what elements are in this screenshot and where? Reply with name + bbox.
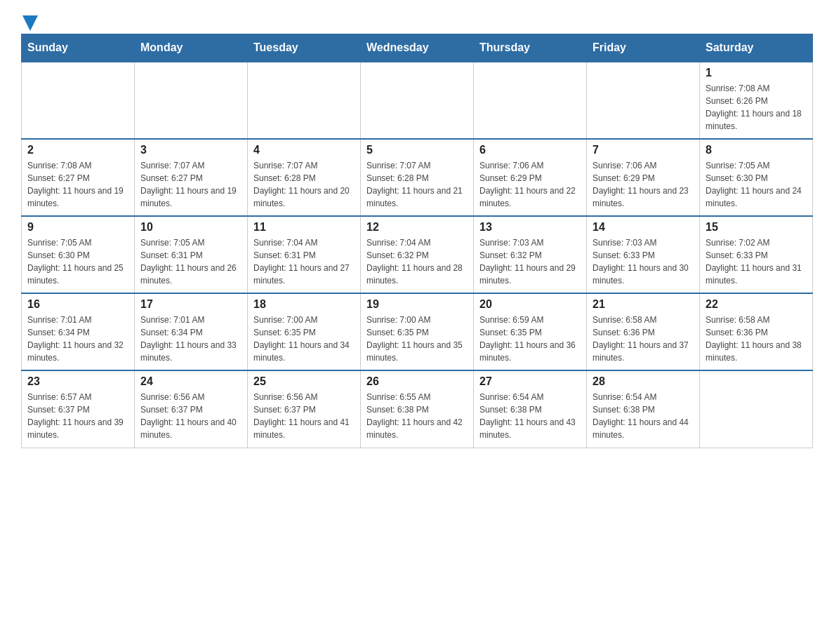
calendar-cell: 17Sunrise: 7:01 AMSunset: 6:34 PMDayligh… xyxy=(135,293,248,370)
week-row-2: 2Sunrise: 7:08 AMSunset: 6:27 PMDaylight… xyxy=(22,139,813,216)
day-info: Sunrise: 7:07 AMSunset: 6:28 PMDaylight:… xyxy=(253,159,355,210)
day-info: Sunrise: 7:07 AMSunset: 6:27 PMDaylight:… xyxy=(140,159,241,210)
calendar-cell xyxy=(700,370,813,448)
calendar-cell: 11Sunrise: 7:04 AMSunset: 6:31 PMDayligh… xyxy=(248,216,361,293)
day-info: Sunrise: 6:57 AMSunset: 6:37 PMDaylight:… xyxy=(27,391,128,441)
day-info: Sunrise: 7:02 AMSunset: 6:33 PMDaylight:… xyxy=(706,236,807,287)
day-number: 6 xyxy=(479,144,581,156)
day-info: Sunrise: 7:03 AMSunset: 6:33 PMDaylight:… xyxy=(593,236,694,287)
day-info: Sunrise: 7:00 AMSunset: 6:35 PMDaylight:… xyxy=(366,314,468,364)
day-number: 20 xyxy=(479,298,581,311)
calendar-cell: 2Sunrise: 7:08 AMSunset: 6:27 PMDaylight… xyxy=(22,139,135,216)
day-number: 4 xyxy=(253,144,355,156)
calendar-cell: 24Sunrise: 6:56 AMSunset: 6:37 PMDayligh… xyxy=(135,370,248,448)
weekday-header-friday: Friday xyxy=(587,34,700,62)
calendar-cell: 14Sunrise: 7:03 AMSunset: 6:33 PMDayligh… xyxy=(587,216,700,293)
day-info: Sunrise: 7:00 AMSunset: 6:35 PMDaylight:… xyxy=(253,314,355,364)
calendar-cell: 22Sunrise: 6:58 AMSunset: 6:36 PMDayligh… xyxy=(700,293,813,370)
weekday-header-row: SundayMondayTuesdayWednesdayThursdayFrid… xyxy=(22,34,813,62)
day-number: 16 xyxy=(27,298,128,311)
day-number: 19 xyxy=(366,298,468,311)
day-number: 18 xyxy=(253,298,355,311)
day-info: Sunrise: 7:04 AMSunset: 6:32 PMDaylight:… xyxy=(366,236,468,287)
day-number: 11 xyxy=(253,221,355,234)
day-info: Sunrise: 7:01 AMSunset: 6:34 PMDaylight:… xyxy=(27,314,128,364)
calendar-cell: 15Sunrise: 7:02 AMSunset: 6:33 PMDayligh… xyxy=(700,216,813,293)
day-info: Sunrise: 6:56 AMSunset: 6:37 PMDaylight:… xyxy=(140,391,241,441)
calendar-cell: 6Sunrise: 7:06 AMSunset: 6:29 PMDaylight… xyxy=(474,139,587,216)
day-number: 17 xyxy=(140,298,241,311)
day-number: 12 xyxy=(366,221,468,234)
day-number: 7 xyxy=(593,144,694,156)
day-number: 5 xyxy=(366,144,468,156)
day-info: Sunrise: 6:59 AMSunset: 6:35 PMDaylight:… xyxy=(479,314,581,364)
day-info: Sunrise: 6:55 AMSunset: 6:38 PMDaylight:… xyxy=(366,391,468,441)
calendar-table: SundayMondayTuesdayWednesdayThursdayFrid… xyxy=(21,34,813,448)
day-info: Sunrise: 6:58 AMSunset: 6:36 PMDaylight:… xyxy=(593,314,694,364)
day-number: 27 xyxy=(479,375,581,388)
day-number: 15 xyxy=(706,221,807,234)
day-number: 24 xyxy=(140,375,241,388)
day-info: Sunrise: 7:06 AMSunset: 6:29 PMDaylight:… xyxy=(479,159,581,210)
day-info: Sunrise: 6:54 AMSunset: 6:38 PMDaylight:… xyxy=(479,391,581,441)
calendar-cell: 9Sunrise: 7:05 AMSunset: 6:30 PMDaylight… xyxy=(22,216,135,293)
calendar-cell: 8Sunrise: 7:05 AMSunset: 6:30 PMDaylight… xyxy=(700,139,813,216)
day-info: Sunrise: 7:01 AMSunset: 6:34 PMDaylight:… xyxy=(140,314,241,364)
day-info: Sunrise: 6:58 AMSunset: 6:36 PMDaylight:… xyxy=(706,314,807,364)
calendar-cell: 13Sunrise: 7:03 AMSunset: 6:32 PMDayligh… xyxy=(474,216,587,293)
calendar-cell: 21Sunrise: 6:58 AMSunset: 6:36 PMDayligh… xyxy=(587,293,700,370)
weekday-header-monday: Monday xyxy=(135,34,248,62)
day-info: Sunrise: 7:06 AMSunset: 6:29 PMDaylight:… xyxy=(593,159,694,210)
calendar-cell: 12Sunrise: 7:04 AMSunset: 6:32 PMDayligh… xyxy=(361,216,474,293)
calendar-cell xyxy=(22,62,135,139)
calendar-cell: 5Sunrise: 7:07 AMSunset: 6:28 PMDaylight… xyxy=(361,139,474,216)
logo xyxy=(21,14,38,27)
day-number: 22 xyxy=(706,298,807,311)
calendar-cell: 25Sunrise: 6:56 AMSunset: 6:37 PMDayligh… xyxy=(248,370,361,448)
day-number: 2 xyxy=(27,144,128,156)
day-info: Sunrise: 7:03 AMSunset: 6:32 PMDaylight:… xyxy=(479,236,581,287)
day-number: 1 xyxy=(706,67,807,79)
day-number: 10 xyxy=(140,221,241,234)
calendar-cell: 16Sunrise: 7:01 AMSunset: 6:34 PMDayligh… xyxy=(22,293,135,370)
calendar-cell: 26Sunrise: 6:55 AMSunset: 6:38 PMDayligh… xyxy=(361,370,474,448)
day-number: 3 xyxy=(140,144,241,156)
calendar-cell xyxy=(587,62,700,139)
weekday-header-saturday: Saturday xyxy=(700,34,813,62)
calendar-cell: 19Sunrise: 7:00 AMSunset: 6:35 PMDayligh… xyxy=(361,293,474,370)
day-info: Sunrise: 7:08 AMSunset: 6:27 PMDaylight:… xyxy=(27,159,128,210)
calendar-cell xyxy=(248,62,361,139)
calendar-cell: 4Sunrise: 7:07 AMSunset: 6:28 PMDaylight… xyxy=(248,139,361,216)
week-row-4: 16Sunrise: 7:01 AMSunset: 6:34 PMDayligh… xyxy=(22,293,813,370)
calendar-cell xyxy=(474,62,587,139)
calendar-cell xyxy=(135,62,248,139)
day-info: Sunrise: 7:04 AMSunset: 6:31 PMDaylight:… xyxy=(253,236,355,287)
calendar-cell: 18Sunrise: 7:00 AMSunset: 6:35 PMDayligh… xyxy=(248,293,361,370)
weekday-header-tuesday: Tuesday xyxy=(248,34,361,62)
calendar-cell: 7Sunrise: 7:06 AMSunset: 6:29 PMDaylight… xyxy=(587,139,700,216)
weekday-header-sunday: Sunday xyxy=(22,34,135,62)
day-number: 13 xyxy=(479,221,581,234)
calendar-cell: 20Sunrise: 6:59 AMSunset: 6:35 PMDayligh… xyxy=(474,293,587,370)
day-info: Sunrise: 6:54 AMSunset: 6:38 PMDaylight:… xyxy=(593,391,694,441)
day-info: Sunrise: 7:07 AMSunset: 6:28 PMDaylight:… xyxy=(366,159,468,210)
day-info: Sunrise: 7:05 AMSunset: 6:30 PMDaylight:… xyxy=(27,236,128,287)
day-number: 26 xyxy=(366,375,468,388)
calendar-cell: 1Sunrise: 7:08 AMSunset: 6:26 PMDaylight… xyxy=(700,62,813,139)
weekday-header-thursday: Thursday xyxy=(474,34,587,62)
calendar-cell: 27Sunrise: 6:54 AMSunset: 6:38 PMDayligh… xyxy=(474,370,587,448)
day-number: 25 xyxy=(253,375,355,388)
day-info: Sunrise: 6:56 AMSunset: 6:37 PMDaylight:… xyxy=(253,391,355,441)
week-row-5: 23Sunrise: 6:57 AMSunset: 6:37 PMDayligh… xyxy=(22,370,813,448)
day-info: Sunrise: 7:05 AMSunset: 6:31 PMDaylight:… xyxy=(140,236,241,287)
day-info: Sunrise: 7:08 AMSunset: 6:26 PMDaylight:… xyxy=(706,82,807,133)
day-number: 14 xyxy=(593,221,694,234)
calendar-cell: 3Sunrise: 7:07 AMSunset: 6:27 PMDaylight… xyxy=(135,139,248,216)
weekday-header-wednesday: Wednesday xyxy=(361,34,474,62)
day-info: Sunrise: 7:05 AMSunset: 6:30 PMDaylight:… xyxy=(706,159,807,210)
day-number: 28 xyxy=(593,375,694,388)
calendar-cell: 10Sunrise: 7:05 AMSunset: 6:31 PMDayligh… xyxy=(135,216,248,293)
page-header xyxy=(21,14,813,27)
svg-marker-0 xyxy=(22,15,38,31)
week-row-3: 9Sunrise: 7:05 AMSunset: 6:30 PMDaylight… xyxy=(22,216,813,293)
